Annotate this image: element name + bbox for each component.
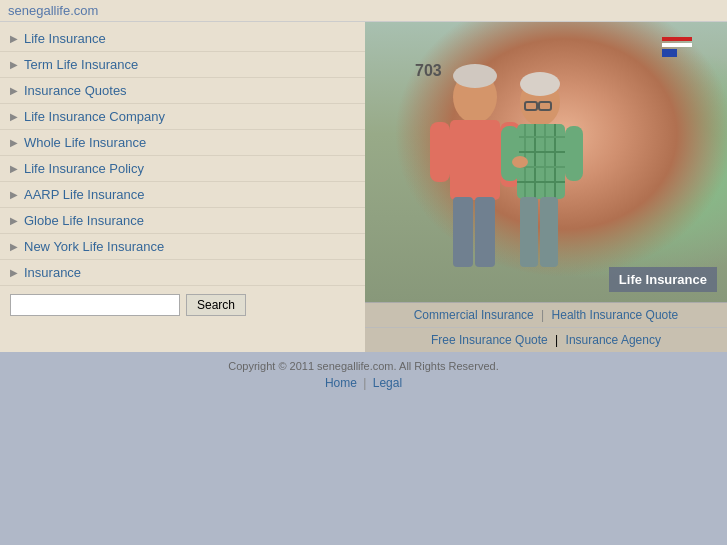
bullet-icon: ▶ bbox=[10, 241, 18, 252]
footer-links: Home | Legal bbox=[8, 376, 719, 390]
nav-item-life-insurance-company[interactable]: ▶ Life Insurance Company bbox=[0, 104, 365, 130]
bullet-icon: ▶ bbox=[10, 215, 18, 226]
svg-point-24 bbox=[512, 156, 528, 168]
bullet-icon: ▶ bbox=[10, 111, 18, 122]
bullet-icon: ▶ bbox=[10, 267, 18, 278]
svg-rect-4 bbox=[453, 197, 473, 267]
life-insurance-badge: Life Insurance bbox=[609, 267, 717, 292]
nav-item-insurance[interactable]: ▶ Insurance bbox=[0, 260, 365, 286]
nav-item-term-life-insurance[interactable]: ▶ Term Life Insurance bbox=[0, 52, 365, 78]
search-row: Search bbox=[0, 286, 365, 324]
nav-link-life-insurance[interactable]: Life Insurance bbox=[24, 31, 106, 46]
flag-decoration bbox=[662, 37, 692, 57]
free-insurance-quote-link[interactable]: Free Insurance Quote bbox=[431, 333, 548, 347]
bullet-icon: ▶ bbox=[10, 85, 18, 96]
nav-link-life-insurance-company[interactable]: Life Insurance Company bbox=[24, 109, 165, 124]
content-area: ▶ Life Insurance ▶ Term Life Insurance ▶… bbox=[0, 22, 727, 352]
photo-area: 703 bbox=[365, 22, 727, 302]
svg-rect-19 bbox=[501, 126, 519, 181]
svg-rect-5 bbox=[475, 197, 495, 267]
top-bar: senegallife.com bbox=[0, 0, 727, 22]
svg-rect-22 bbox=[540, 197, 558, 267]
nav-item-insurance-quotes[interactable]: ▶ Insurance Quotes bbox=[0, 78, 365, 104]
search-input[interactable] bbox=[10, 294, 180, 316]
separator-1: | bbox=[541, 308, 544, 322]
nav-item-whole-life-insurance[interactable]: ▶ Whole Life Insurance bbox=[0, 130, 365, 156]
couple-figure bbox=[375, 42, 655, 302]
nav-link-term-life-insurance[interactable]: Term Life Insurance bbox=[24, 57, 138, 72]
separator-2: | bbox=[555, 333, 558, 347]
footer-area: Copyright © 2011 senegallife.com. All Ri… bbox=[0, 352, 727, 398]
svg-rect-2 bbox=[430, 122, 450, 182]
home-link[interactable]: Home bbox=[325, 376, 357, 390]
nav-link-whole-life-insurance[interactable]: Whole Life Insurance bbox=[24, 135, 146, 150]
health-insurance-quote-link[interactable]: Health Insurance Quote bbox=[552, 308, 679, 322]
svg-point-6 bbox=[453, 64, 497, 88]
bullet-icon: ▶ bbox=[10, 189, 18, 200]
bullet-icon: ▶ bbox=[10, 59, 18, 70]
nav-item-life-insurance-policy[interactable]: ▶ Life Insurance Policy bbox=[0, 156, 365, 182]
nav-link-globe-life-insurance[interactable]: Globe Life Insurance bbox=[24, 213, 144, 228]
links-bar-1: Commercial Insurance | Health Insurance … bbox=[365, 302, 727, 327]
nav-link-life-insurance-policy[interactable]: Life Insurance Policy bbox=[24, 161, 144, 176]
commercial-insurance-link[interactable]: Commercial Insurance bbox=[414, 308, 534, 322]
legal-link[interactable]: Legal bbox=[373, 376, 402, 390]
bullet-icon: ▶ bbox=[10, 137, 18, 148]
nav-link-insurance-quotes[interactable]: Insurance Quotes bbox=[24, 83, 127, 98]
search-button[interactable]: Search bbox=[186, 294, 246, 316]
insurance-agency-link[interactable]: Insurance Agency bbox=[566, 333, 661, 347]
nav-item-globe-life-insurance[interactable]: ▶ Globe Life Insurance bbox=[0, 208, 365, 234]
svg-rect-20 bbox=[565, 126, 583, 181]
nav-item-life-insurance[interactable]: ▶ Life Insurance bbox=[0, 26, 365, 52]
right-photo-panel: 703 bbox=[365, 22, 727, 352]
footer-sep: | bbox=[363, 376, 366, 390]
bullet-icon: ▶ bbox=[10, 163, 18, 174]
nav-item-new-york-life-insurance[interactable]: ▶ New York Life Insurance bbox=[0, 234, 365, 260]
bullet-icon: ▶ bbox=[10, 33, 18, 44]
links-bar-2: Free Insurance Quote | Insurance Agency bbox=[365, 327, 727, 352]
main-container: senegallife.com ▶ Life Insurance ▶ Term … bbox=[0, 0, 727, 398]
nav-link-aarp-life-insurance[interactable]: AARP Life Insurance bbox=[24, 187, 144, 202]
domain-link[interactable]: senegallife.com bbox=[8, 3, 98, 18]
svg-rect-21 bbox=[520, 197, 538, 267]
svg-point-23 bbox=[520, 72, 560, 96]
svg-rect-1 bbox=[450, 120, 500, 200]
nav-link-insurance[interactable]: Insurance bbox=[24, 265, 81, 280]
footer-copyright: Copyright © 2011 senegallife.com. All Ri… bbox=[8, 360, 719, 372]
left-panel: ▶ Life Insurance ▶ Term Life Insurance ▶… bbox=[0, 22, 365, 352]
nav-item-aarp-life-insurance[interactable]: ▶ AARP Life Insurance bbox=[0, 182, 365, 208]
nav-link-new-york-life-insurance[interactable]: New York Life Insurance bbox=[24, 239, 164, 254]
